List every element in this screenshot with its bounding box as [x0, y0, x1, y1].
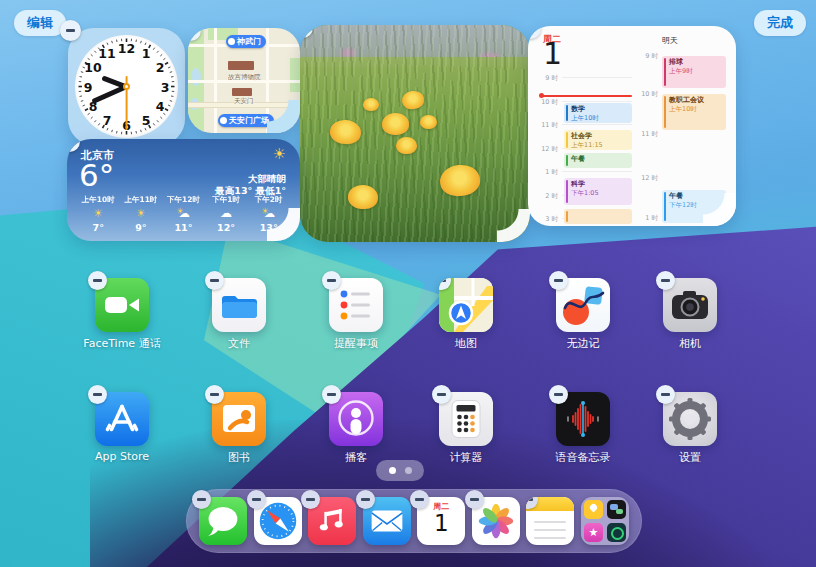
app-library-mini-tile — [584, 500, 603, 519]
messages-icon[interactable] — [199, 497, 247, 545]
remove-app-badge[interactable] — [192, 490, 211, 509]
calendar-widget[interactable]: 周二 1 明天 9 时 10 时 11 时 12 时 1 时 2 时 3 时 9… — [528, 26, 736, 226]
weather-hour: 上午10时 7° — [77, 195, 120, 233]
app-library-icon[interactable] — [581, 497, 629, 545]
hour-label: 2 时 — [536, 192, 558, 201]
map-park — [290, 58, 300, 92]
reminders-icon[interactable] — [329, 278, 383, 332]
remove-app-badge[interactable] — [205, 271, 224, 290]
remove-app-badge[interactable] — [301, 490, 320, 509]
hour-label: 3 时 — [536, 215, 558, 224]
camera-icon[interactable] — [663, 278, 717, 332]
photos-widget[interactable] — [300, 25, 530, 242]
voicememos-icon[interactable] — [556, 392, 610, 446]
app-label: 无边记 — [538, 336, 628, 351]
sun-cloud-icon — [174, 207, 193, 220]
clock-numeral: 4 — [156, 99, 165, 114]
app-library-mini-tile — [607, 523, 626, 542]
app-label: 设置 — [645, 450, 735, 465]
app-library-mini-tile — [584, 523, 603, 542]
remove-app-badge[interactable] — [88, 385, 107, 404]
calendar-event: 午餐 — [564, 153, 632, 168]
app-label: 图书 — [194, 450, 284, 465]
settings-icon[interactable] — [663, 392, 717, 446]
remove-app-badge[interactable] — [432, 385, 451, 404]
files-icon[interactable] — [212, 278, 266, 332]
app-appstore[interactable]: App Store — [77, 392, 167, 463]
weather-hourly-row: 上午10时 7° 上午11时 9° 下午12时 11° 下午1时 12° 下午2… — [77, 195, 290, 233]
hour-label: 9 时 — [636, 52, 658, 61]
clock-numeral: 12 — [118, 41, 135, 56]
remove-app-badge[interactable] — [656, 271, 675, 290]
app-files[interactable]: 文件 — [194, 278, 284, 351]
photos-icon[interactable] — [472, 497, 520, 545]
safari-icon[interactable] — [254, 497, 302, 545]
clock-numeral: 7 — [103, 113, 112, 128]
clock-numeral: 9 — [84, 79, 93, 94]
appstore-icon[interactable] — [95, 392, 149, 446]
calculator-icon[interactable] — [439, 392, 493, 446]
weather-hour: 下午1时 12° — [205, 195, 248, 233]
hour-label: 1 时 — [636, 214, 658, 223]
remove-app-badge[interactable] — [549, 271, 568, 290]
notes-line — [534, 529, 566, 531]
calendar-gridline — [562, 101, 632, 102]
dock-calendar-day: 1 — [417, 511, 465, 536]
maps-icon[interactable] — [439, 278, 493, 332]
calendar-gridline — [562, 77, 632, 78]
done-button[interactable]: 完成 — [754, 10, 806, 36]
remove-app-badge[interactable] — [356, 490, 375, 509]
hour-label: 12 时 — [536, 145, 558, 154]
calendar-icon[interactable]: 周二 1 — [417, 497, 465, 545]
page-dot-active[interactable] — [389, 467, 396, 474]
remove-widget-badge[interactable] — [60, 20, 81, 41]
weather-hour: 上午11时 9° — [120, 195, 163, 233]
notes-line — [534, 537, 566, 539]
app-facetime[interactable]: FaceTime 通话 — [77, 278, 167, 351]
photo-poppy — [363, 98, 379, 111]
app-camera[interactable]: 相机 — [645, 278, 735, 351]
map-building — [228, 61, 254, 70]
app-books[interactable]: 图书 — [194, 392, 284, 465]
podcasts-icon[interactable] — [329, 392, 383, 446]
mail-icon[interactable] — [363, 497, 411, 545]
app-maps[interactable]: 地图 — [421, 278, 511, 351]
remove-app-badge[interactable] — [322, 385, 341, 404]
map-pond — [191, 68, 201, 86]
maps-widget[interactable]: 神武门 故宫博物院 天安门 天安门广场 — [188, 28, 300, 133]
facetime-icon[interactable] — [95, 278, 149, 332]
remove-app-badge[interactable] — [656, 385, 675, 404]
clock-widget[interactable]: 12 1 2 3 4 5 6 7 8 9 10 11 — [68, 28, 185, 145]
books-icon[interactable] — [212, 392, 266, 446]
weather-hour: 下午12时 11° — [162, 195, 205, 233]
weather-widget[interactable]: 北京市 6° 大部晴朗 最高13° 最低1° 上午10时 7° 上午11时 9°… — [67, 139, 300, 241]
cloud-icon — [220, 207, 232, 220]
remove-app-badge[interactable] — [549, 385, 568, 404]
map-label-pill: 神武门 — [226, 35, 266, 48]
music-icon[interactable] — [308, 497, 356, 545]
page-dot[interactable] — [405, 467, 412, 474]
app-podcasts[interactable]: 播客 — [311, 392, 401, 465]
notes-icon[interactable] — [526, 497, 574, 545]
page-indicator[interactable] — [376, 460, 424, 481]
remove-app-badge[interactable] — [88, 271, 107, 290]
remove-app-badge[interactable] — [322, 271, 341, 290]
app-label: 地图 — [421, 336, 511, 351]
edit-button[interactable]: 编辑 — [14, 10, 66, 36]
app-settings[interactable]: 设置 — [645, 392, 735, 465]
calendar-event: 科学 下午1:05 — [564, 178, 632, 205]
calendar-event: 排球 上午9时 — [662, 56, 726, 88]
remove-app-badge[interactable] — [465, 490, 484, 509]
app-calculator[interactable]: 计算器 — [421, 392, 511, 465]
app-freeform[interactable]: 无边记 — [538, 278, 628, 351]
clock-numeral: 5 — [142, 113, 151, 128]
app-voicememos[interactable]: 语音备忘录 — [538, 392, 628, 465]
remove-app-badge[interactable] — [205, 385, 224, 404]
remove-app-badge[interactable] — [247, 490, 266, 509]
app-reminders[interactable]: 提醒事项 — [311, 278, 401, 351]
home-screen-edit-mode: 编辑 完成 12 1 2 3 4 5 6 7 8 9 10 11 — [0, 0, 816, 567]
freeform-icon[interactable] — [556, 278, 610, 332]
calendar-tomorrow-header: 明天 — [662, 35, 678, 46]
clock-numeral: 1 — [142, 46, 151, 61]
clock-numeral: 11 — [98, 46, 115, 61]
